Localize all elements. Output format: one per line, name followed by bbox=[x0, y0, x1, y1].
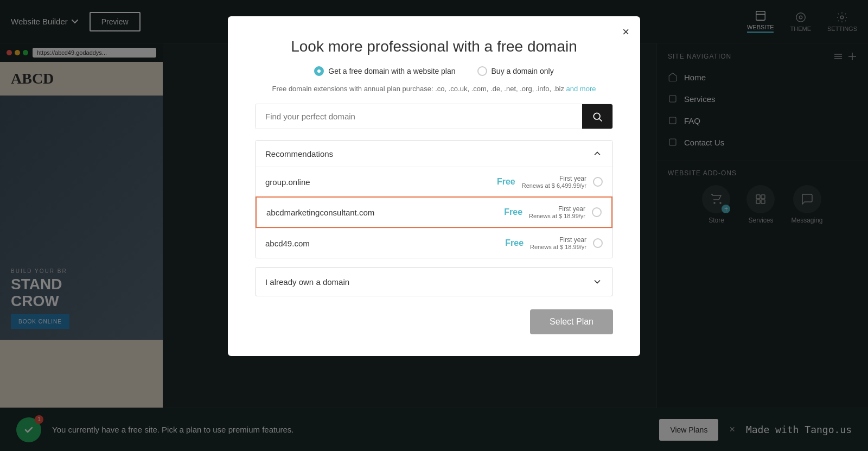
domain-radio-0[interactable] bbox=[593, 177, 603, 187]
domain-modal: × Look more professional with a free dom… bbox=[228, 16, 640, 356]
price-free-2: Free bbox=[505, 238, 524, 248]
recommendations-section: Recommendations group.online Free First … bbox=[255, 140, 613, 258]
extensions-more-link[interactable]: and more bbox=[566, 85, 596, 93]
svg-point-19 bbox=[593, 113, 600, 119]
price-free-1: Free bbox=[504, 207, 522, 217]
domain-radio-1[interactable] bbox=[592, 207, 602, 217]
domain-search-button[interactable] bbox=[582, 104, 612, 129]
search-icon bbox=[592, 111, 603, 122]
radio-group: Get a free domain with a website plan Bu… bbox=[255, 66, 613, 76]
domain-price-info-0: Free First year Renews at $ 6,499.99/yr bbox=[497, 175, 603, 189]
domain-item-0[interactable]: group.online Free First year Renews at $… bbox=[256, 167, 612, 196]
svg-line-20 bbox=[599, 118, 602, 121]
domain-search-bar bbox=[255, 104, 613, 129]
price-details-2: First year Renews at $ 18.99/yr bbox=[530, 236, 586, 250]
domain-price-info-2: Free First year Renews at $ 18.99/yr bbox=[505, 236, 603, 250]
select-plan-button[interactable]: Select Plan bbox=[530, 309, 613, 334]
chevron-up-icon bbox=[592, 148, 603, 159]
domain-name-1: abcdmarketingconsultant.com bbox=[266, 208, 374, 217]
radio-free-domain-circle bbox=[314, 66, 324, 76]
domain-item-2[interactable]: abcd49.com Free First year Renews at $ 1… bbox=[256, 228, 612, 258]
domain-extensions: Free domain extensions with annual plan … bbox=[255, 85, 613, 93]
radio-buy-domain-circle bbox=[477, 66, 487, 76]
domain-name-2: abcd49.com bbox=[265, 239, 310, 248]
modal-title: Look more professional with a free domai… bbox=[255, 38, 613, 55]
price-details-1: First year Renews at $ 18.99/yr bbox=[529, 205, 585, 219]
domain-radio-2[interactable] bbox=[593, 238, 603, 248]
price-details-0: First year Renews at $ 6,499.99/yr bbox=[522, 175, 586, 189]
price-free-0: Free bbox=[497, 177, 515, 187]
radio-free-domain[interactable]: Get a free domain with a website plan bbox=[314, 66, 455, 76]
radio-buy-domain[interactable]: Buy a domain only bbox=[477, 66, 554, 76]
domain-name-0: group.online bbox=[265, 177, 310, 187]
already-own-section: I already own a domain bbox=[255, 267, 613, 296]
chevron-down-already-own-icon bbox=[592, 276, 603, 287]
domain-search-input[interactable] bbox=[256, 104, 582, 129]
modal-close-button[interactable]: × bbox=[622, 25, 629, 39]
already-own-header[interactable]: I already own a domain bbox=[256, 268, 612, 296]
domain-price-info-1: Free First year Renews at $ 18.99/yr bbox=[504, 205, 602, 219]
recommendations-header[interactable]: Recommendations bbox=[256, 141, 612, 167]
domain-item-1[interactable]: abcdmarketingconsultant.com Free First y… bbox=[256, 196, 612, 228]
